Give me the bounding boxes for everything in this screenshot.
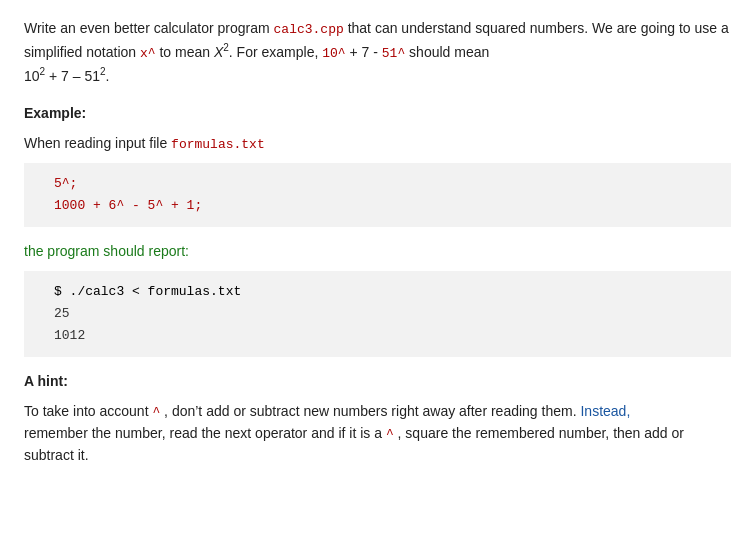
code-line-2: 1000 + 6^ - 5^ + 1; (54, 195, 701, 217)
reading-text1: When reading input file (24, 135, 171, 151)
intro-math1: X2 (214, 44, 229, 60)
hint-text1: To take into account (24, 403, 152, 419)
hint-text3: remember the number, read the next opera… (24, 425, 386, 441)
hint-label: A hint: (24, 371, 731, 393)
intro-text1: Write an even better calculator program (24, 20, 274, 36)
hint-section: A hint: To take into account ^ , don’t a… (24, 371, 731, 467)
output-line-1: 25 (54, 303, 701, 325)
hint-text2: , don’t add or subtract new numbers righ… (160, 403, 580, 419)
intro-text4: . For example, (229, 44, 322, 60)
hint-code2: ^ (386, 427, 394, 442)
intro-text6: should mean (409, 44, 489, 60)
should-report-text: the program should report: (24, 241, 731, 263)
hint-paragraph: To take into account ^ , don’t add or su… (24, 401, 731, 467)
output-line-2: 1012 (54, 325, 701, 347)
output-code-block: $ ./calc3 < formulas.txt 25 1012 (24, 271, 731, 357)
example-section: Example: When reading input file formula… (24, 103, 731, 227)
input-code-block: 5^; 1000 + 6^ - 5^ + 1; (24, 163, 731, 227)
reading-line: When reading input file formulas.txt (24, 133, 731, 155)
intro-line2: 102 + 7 – 512. (24, 68, 109, 84)
intro-code4: 51^ (382, 46, 405, 61)
hint-blue1: Instead, (580, 403, 630, 419)
intro-paragraph: Write an even better calculator program … (24, 18, 731, 87)
intro-text3: to mean (156, 44, 214, 60)
intro-code2: x^ (140, 46, 156, 61)
code-line-1: 5^; (54, 173, 701, 195)
intro-code3: 10^ (322, 46, 345, 61)
reading-code: formulas.txt (171, 137, 265, 152)
intro-text5: + 7 - (346, 44, 382, 60)
intro-code1: calc3.cpp (274, 22, 344, 37)
output-cmd-line: $ ./calc3 < formulas.txt (54, 281, 701, 303)
example-label: Example: (24, 103, 731, 125)
